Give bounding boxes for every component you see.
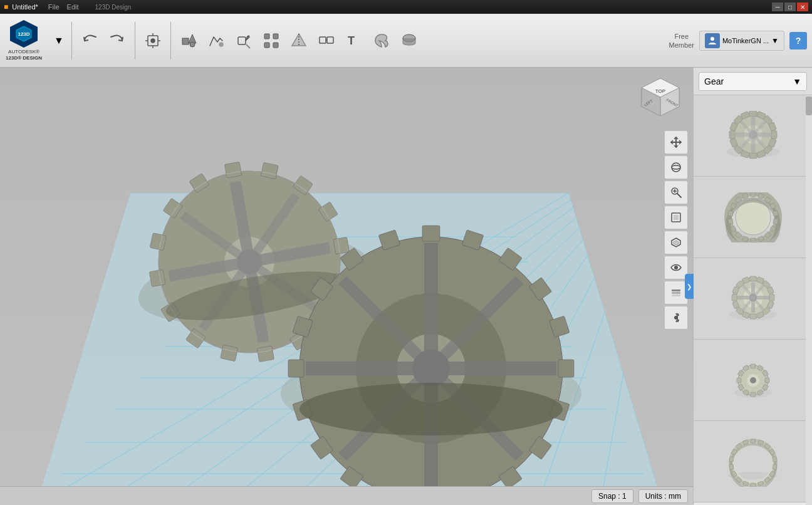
logo-text: AUTODESK® 123D® DESIGN [6,49,42,61]
svg-rect-232 [729,456,733,462]
svg-rect-208 [751,392,756,397]
user-account-button[interactable]: MoTinkerGN ... ▼ [699,31,784,51]
gear-item-3[interactable] [694,258,812,340]
svg-rect-227 [751,483,756,487]
logo-icon: 123D [10,20,38,48]
app-name-bar: 123D Design [95,4,132,11]
dropdown-arrow-icon: ▼ [793,76,801,86]
svg-rect-205 [765,378,769,383]
gear-item-2[interactable] [694,177,812,258]
app-logo: 123D AUTODESK® 123D® DESIGN [5,20,43,61]
sketch-button[interactable] [204,22,229,60]
snap-button[interactable] [369,22,394,60]
toolbar-divider-2 [135,22,135,60]
toolbar-divider-1 [71,22,72,60]
svg-rect-59 [261,162,278,179]
transform-button[interactable] [140,22,165,60]
materials-button[interactable] [397,22,422,60]
svg-rect-100 [288,360,304,377]
svg-rect-222 [772,456,776,462]
main-toolbar: 123D AUTODESK® 123D® DESIGN ▼ [0,14,812,68]
svg-rect-124 [672,289,680,291]
svg-rect-66 [257,346,274,362]
titlebar-left: ■ Untitled* File Edit 123D Design [4,3,131,11]
svg-rect-120 [674,215,679,220]
category-label: Gear [704,76,724,86]
main-content: TOP FRONT LEFT [0,68,812,505]
pattern-button[interactable] [259,22,284,60]
help-button[interactable]: ? [789,32,807,49]
userbar: Free Member MoTinkerGN ... ▼ ? [664,14,812,68]
svg-rect-70 [149,269,165,286]
svg-rect-125 [672,292,680,294]
gear-item-5[interactable] [694,421,812,502]
close-button[interactable]: ✕ [797,3,808,11]
viewcube[interactable]: TOP FRONT LEFT [635,75,685,125]
panel-header: Gear ▼ [694,68,812,95]
svg-rect-202 [751,364,756,368]
snap-status[interactable]: Snap : 1 [591,489,633,503]
undo-button[interactable] [77,22,102,60]
category-dropdown[interactable]: Gear ▼ [699,72,807,91]
minimize-button[interactable]: ─ [772,3,783,11]
units-status[interactable]: Units : mm [638,489,688,503]
group-button[interactable] [314,22,339,60]
svg-rect-90 [558,360,574,377]
gear-item-1[interactable] [694,95,812,177]
gear-item-4[interactable] [694,340,812,421]
modify-button[interactable] [231,22,256,60]
right-panel: ❯ Gear ▼ [693,68,812,505]
svg-point-11 [219,43,223,46]
svg-rect-16 [264,43,269,48]
titlebar: ■ Untitled* File Edit 123D Design ─ □ ✕ [0,0,812,14]
svg-point-114 [672,165,680,169]
zoom-tool-button[interactable] [664,180,688,204]
app-menu-dropdown[interactable]: ▼ [51,22,66,60]
svg-rect-20 [320,37,326,43]
svg-text:T: T [348,34,355,47]
redo-button[interactable] [105,22,130,60]
fit-view-button[interactable] [664,206,688,229]
maximize-button[interactable]: □ [784,3,796,11]
svg-rect-71 [150,233,167,251]
svg-rect-126 [672,294,680,296]
svg-rect-148 [729,131,735,138]
svg-rect-8 [182,38,189,44]
svg-rect-144 [749,153,757,159]
svg-rect-156 [751,192,756,197]
orbit-tool-button[interactable] [664,155,688,179]
pan-tool-button[interactable] [664,130,688,154]
construct-button[interactable] [286,22,311,60]
username-label: MoTinkerGN ... [722,37,769,44]
svg-point-105 [299,383,563,435]
collapse-icon: ❯ [687,283,692,290]
perspective-button[interactable] [664,231,688,254]
app-title: Untitled* [12,3,38,11]
menu-file[interactable]: File [48,3,60,11]
svg-rect-169 [727,218,732,224]
svg-point-113 [672,163,680,172]
text-button[interactable]: T [341,22,367,60]
svg-rect-17 [273,43,278,48]
svg-marker-122 [674,241,679,245]
panel-collapse-handle[interactable]: ❯ [685,274,694,299]
svg-rect-165 [751,238,756,242]
panel-item-list [694,95,812,505]
svg-rect-194 [732,294,737,301]
3d-viewport[interactable]: TOP FRONT LEFT [0,68,693,505]
svg-rect-136 [749,111,757,117]
svg-rect-218 [751,439,756,443]
view-tools-panel [664,130,688,330]
svg-rect-15 [273,34,278,39]
menu-edit[interactable]: Edit [67,3,79,11]
status-bar: Snap : 1 Units : mm [0,486,693,505]
svg-rect-160 [773,211,778,216]
svg-rect-231 [729,464,733,469]
settings-tool-button[interactable] [664,306,688,330]
svg-rect-186 [769,294,774,301]
scene-svg [0,68,693,505]
primitives-button[interactable] [176,22,201,60]
svg-rect-211 [737,378,741,383]
titlebar-controls: ─ □ ✕ [772,3,808,11]
svg-line-13 [246,44,250,48]
